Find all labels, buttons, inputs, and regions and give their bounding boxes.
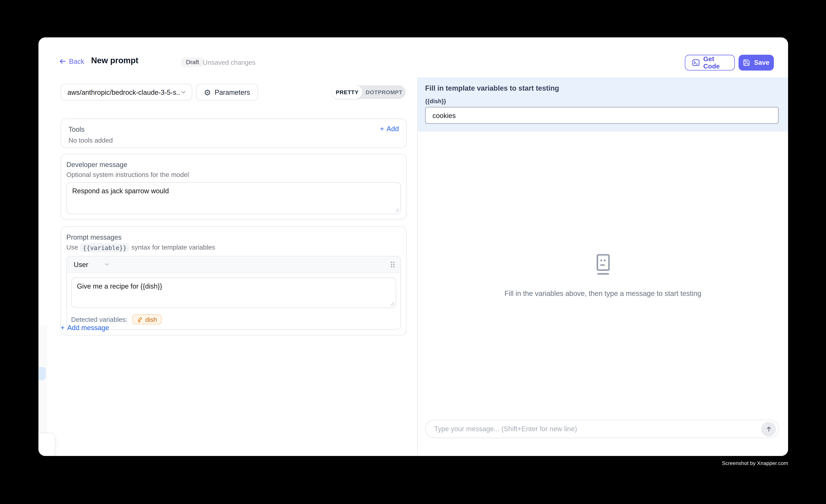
detected-variables-row: Detected variables: dish bbox=[67, 311, 400, 329]
get-code-button[interactable]: Get Code bbox=[685, 55, 735, 71]
background-sidebar-highlight bbox=[39, 367, 46, 380]
terminal-icon bbox=[692, 59, 700, 66]
back-label: Back bbox=[69, 57, 84, 65]
template-variables-panel: Fill in template variables to start test… bbox=[418, 77, 788, 132]
model-selector-value: aws/anthropic/bedrock-claude-3-5-s... bbox=[67, 88, 180, 96]
save-label: Save bbox=[754, 59, 769, 66]
prompt-editor-window: Back New prompt Draft Unsaved changes Ge… bbox=[39, 37, 788, 456]
tools-title: Tools bbox=[68, 125, 399, 133]
variable-syntax-chip: {{variable}} bbox=[80, 243, 129, 252]
chat-input-container bbox=[425, 420, 779, 438]
variable-chip-label: dish bbox=[145, 316, 157, 323]
fill-variables-heading: Fill in template variables to start test… bbox=[425, 84, 778, 92]
variable-name-label: {{dish}} bbox=[425, 98, 778, 104]
add-message-label: Add message bbox=[67, 324, 109, 332]
draft-status-badge: Draft bbox=[181, 57, 204, 67]
arrow-left-icon bbox=[58, 57, 66, 65]
add-message-button[interactable]: + Add message bbox=[61, 324, 109, 332]
tester-empty-text: Fill in the variables above, then type a… bbox=[418, 290, 788, 298]
page-title: New prompt bbox=[91, 56, 138, 65]
toggle-option-dotprompt[interactable]: DOTPROMPT bbox=[362, 85, 406, 99]
variable-value-input[interactable] bbox=[425, 107, 779, 124]
gear-icon: ⚙ bbox=[204, 88, 211, 96]
parameters-label: Parameters bbox=[215, 88, 250, 96]
prompt-messages-title: Prompt messages bbox=[66, 233, 401, 241]
role-select-value[interactable]: User bbox=[74, 260, 88, 268]
header: Back New prompt Draft Unsaved changes Ge… bbox=[39, 37, 788, 77]
tester-panel: Fill in template variables to start test… bbox=[417, 77, 788, 456]
tools-section: Tools No tools added + Add bbox=[61, 118, 407, 148]
message-content-textarea[interactable]: Give me a recipe for {{dish}} bbox=[71, 277, 396, 308]
plus-icon: + bbox=[380, 125, 384, 133]
developer-message-title: Developer message bbox=[66, 161, 401, 169]
back-button[interactable]: Back bbox=[58, 57, 84, 65]
drag-handle-icon[interactable] bbox=[390, 261, 395, 267]
tools-empty-text: No tools added bbox=[68, 137, 399, 144]
detected-variables-label: Detected variables: bbox=[71, 316, 127, 323]
robot-face-icon bbox=[593, 254, 613, 276]
save-button[interactable]: Save bbox=[739, 55, 774, 71]
screenshot-stage: Back New prompt Draft Unsaved changes Ge… bbox=[0, 0, 826, 504]
developer-message-subtitle: Optional system instructions for the mod… bbox=[66, 171, 401, 179]
get-code-label: Get Code bbox=[703, 55, 727, 70]
send-button[interactable] bbox=[761, 422, 776, 436]
developer-message-textarea[interactable]: Respond as jack sparrow would bbox=[66, 182, 401, 214]
background-popover-fragment bbox=[39, 433, 55, 456]
watermark-text: Screenshot by Xnapper.com bbox=[722, 460, 788, 466]
background-sidebar-sliver bbox=[39, 325, 47, 435]
prompt-messages-section: Prompt messages Use{{variable}}syntax fo… bbox=[61, 227, 407, 335]
prompt-messages-hint: Use{{variable}}syntax for template varia… bbox=[66, 244, 401, 251]
parameters-button[interactable]: ⚙ Parameters bbox=[196, 84, 258, 101]
message-role-header: User bbox=[67, 256, 400, 273]
add-tool-button[interactable]: + Add bbox=[380, 125, 399, 133]
plus-icon: + bbox=[61, 324, 65, 332]
tester-empty-state: Fill in the variables above, then type a… bbox=[418, 254, 788, 298]
add-tool-label: Add bbox=[387, 125, 399, 133]
chat-message-input[interactable] bbox=[433, 425, 761, 433]
toggle-option-pretty[interactable]: PRETTY bbox=[332, 85, 362, 99]
developer-message-section: Developer message Optional system instru… bbox=[61, 154, 407, 219]
chevron-down-icon[interactable] bbox=[104, 261, 110, 267]
view-mode-toggle: PRETTY DOTPROMPT bbox=[332, 85, 406, 99]
message-body: Give me a recipe for {{dish}} bbox=[67, 273, 400, 311]
message-block: User bbox=[66, 256, 401, 330]
arrow-up-icon bbox=[765, 425, 772, 433]
pencil-icon bbox=[137, 316, 143, 322]
save-floppy-icon bbox=[743, 59, 750, 66]
model-selector[interactable]: aws/anthropic/bedrock-claude-3-5-s... bbox=[61, 84, 192, 101]
chevron-down-icon bbox=[180, 89, 187, 95]
unsaved-changes-text: Unsaved changes bbox=[203, 59, 255, 66]
variable-chip-dish[interactable]: dish bbox=[132, 314, 162, 324]
